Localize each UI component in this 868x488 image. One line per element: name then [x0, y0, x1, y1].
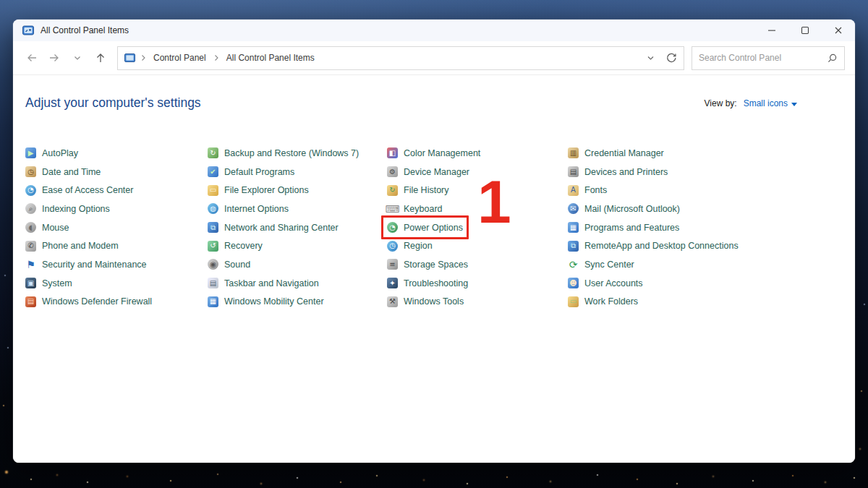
window-title: All Control Panel Items: [41, 25, 755, 35]
phone-and-modem-icon: ✆: [25, 241, 36, 252]
search-input[interactable]: [699, 53, 827, 63]
item-remoteapp[interactable]: ⧉RemoteApp and Desktop Connections: [568, 236, 843, 255]
item-region[interactable]: ◷Region: [387, 236, 568, 255]
sync-center-icon: ⟳: [568, 259, 579, 270]
item-label: File Explorer Options: [224, 185, 309, 195]
forward-button[interactable]: [45, 48, 64, 67]
taskbar-and-navigation-icon: ▤: [208, 278, 218, 288]
item-date-and-time[interactable]: ◷Date and Time: [25, 163, 208, 181]
item-work-folders[interactable]: ▭Work Folders: [568, 293, 843, 312]
address-dropdown-chevron-icon[interactable]: [646, 53, 655, 62]
item-system[interactable]: ▣System: [25, 274, 208, 293]
item-label: Troubleshooting: [404, 278, 468, 288]
keyboard-icon: ⌨: [387, 203, 398, 214]
network-and-sharing-center-icon: ⧉: [208, 222, 218, 233]
item-label: Windows Mobility Center: [224, 296, 324, 307]
item-label: Network and Sharing Center: [224, 223, 339, 233]
item-label: Color Management: [404, 148, 480, 158]
item-label: Default Programs: [224, 167, 294, 177]
power-options-icon: ◔: [387, 222, 398, 233]
item-indexing-options[interactable]: ⌕Indexing Options: [25, 200, 208, 218]
item-fonts[interactable]: AFonts: [568, 181, 843, 200]
item-sound[interactable]: ◉Sound: [208, 255, 387, 274]
item-windows-tools[interactable]: ⚒Windows Tools: [387, 293, 568, 312]
item-label: User Accounts: [584, 278, 643, 288]
minimize-button[interactable]: [755, 20, 788, 41]
up-button[interactable]: [91, 48, 110, 67]
item-ease-of-access[interactable]: ◔Ease of Access Center: [25, 181, 208, 200]
item-device-manager[interactable]: ⚙Device Manager: [387, 163, 568, 181]
item-storage-spaces[interactable]: ≡Storage Spaces: [387, 255, 568, 274]
item-default-programs[interactable]: ✔Default Programs: [208, 163, 387, 181]
item-label: Sound: [224, 260, 250, 270]
breadcrumb-all-control-panel-items[interactable]: All Control Panel Items: [224, 51, 317, 64]
item-phone-and-modem[interactable]: ✆Phone and Modem: [25, 236, 208, 255]
back-button[interactable]: [22, 48, 41, 67]
item-label: Fonts: [584, 185, 607, 195]
breadcrumb-chevron-icon: [213, 54, 219, 61]
view-by-dropdown[interactable]: Small icons: [744, 98, 797, 108]
item-label: Date and Time: [42, 167, 101, 177]
search-icon[interactable]: [827, 53, 838, 64]
item-autoplay[interactable]: ▶AutoPlay: [25, 144, 208, 163]
item-file-explorer-options[interactable]: ▭File Explorer Options: [208, 181, 387, 200]
item-power-options[interactable]: ◔Power Options: [387, 218, 568, 237]
item-label: Credential Manager: [584, 148, 664, 158]
item-windows-mobility-center[interactable]: ▦Windows Mobility Center: [208, 293, 387, 312]
item-internet-options[interactable]: ◍Internet Options: [208, 200, 387, 218]
recent-locations-chevron-icon[interactable]: [68, 48, 87, 67]
item-file-history[interactable]: ↻File History: [387, 181, 568, 200]
control-panel-items-grid: ▶AutoPlay◷Date and Time◔Ease of Access C…: [25, 144, 843, 311]
recovery-icon: ↺: [208, 241, 218, 252]
item-label: Mouse: [42, 223, 69, 233]
item-label: Region: [404, 241, 433, 251]
system-icon: ▣: [25, 278, 36, 288]
item-label: Device Manager: [404, 167, 469, 177]
item-label: Devices and Printers: [584, 167, 668, 177]
item-backup-and-restore[interactable]: ↻Backup and Restore (Windows 7): [208, 144, 387, 163]
close-button[interactable]: [822, 20, 855, 41]
item-programs-and-features[interactable]: ▦Programs and Features: [568, 218, 843, 237]
item-windows-defender-firewall[interactable]: ▤Windows Defender Firewall: [25, 293, 208, 312]
item-label: RemoteApp and Desktop Connections: [584, 241, 739, 251]
item-devices-and-printers[interactable]: ▤Devices and Printers: [568, 163, 843, 181]
item-network-and-sharing-center[interactable]: ⧉Network and Sharing Center: [208, 218, 387, 237]
item-label: Work Folders: [584, 296, 638, 307]
item-color-management[interactable]: ◧Color Management: [387, 144, 568, 163]
item-keyboard[interactable]: ⌨Keyboard: [387, 200, 568, 218]
item-sync-center[interactable]: ⟳Sync Center: [568, 255, 843, 274]
maximize-button[interactable]: [788, 20, 822, 41]
item-label: System: [42, 278, 72, 288]
troubleshooting-icon: ✦: [387, 278, 398, 288]
item-label: AutoPlay: [42, 148, 78, 158]
item-label: Taskbar and Navigation: [224, 278, 319, 288]
item-label: Windows Tools: [404, 296, 464, 307]
item-label: Phone and Modem: [42, 241, 119, 251]
item-credential-manager[interactable]: ▥Credential Manager: [568, 144, 843, 163]
refresh-icon[interactable]: [665, 52, 677, 64]
item-security-and-maintenance[interactable]: ⚑Security and Maintenance: [25, 255, 208, 274]
item-recovery[interactable]: ↺Recovery: [208, 236, 387, 255]
item-label: Mail (Microsoft Outlook): [584, 204, 680, 214]
remoteapp-icon: ⧉: [568, 241, 579, 252]
search-box[interactable]: [692, 46, 845, 70]
user-accounts-icon: ☻: [568, 278, 579, 288]
item-user-accounts[interactable]: ☻User Accounts: [568, 274, 843, 293]
control-panel-window: All Control Panel Items: [13, 20, 855, 463]
item-label: Internet Options: [224, 204, 289, 214]
work-folders-icon: ▭: [568, 296, 579, 307]
item-taskbar-and-navigation[interactable]: ▤Taskbar and Navigation: [208, 274, 387, 293]
item-label: Indexing Options: [42, 204, 110, 214]
address-bar[interactable]: Control Panel All Control Panel Items: [117, 46, 684, 70]
item-label: Ease of Access Center: [42, 185, 133, 195]
item-mouse[interactable]: ◖Mouse: [25, 218, 208, 237]
file-history-icon: ↻: [387, 185, 398, 196]
region-icon: ◷: [387, 241, 398, 252]
fonts-icon: A: [568, 185, 579, 196]
address-location-icon: [124, 53, 135, 62]
item-troubleshooting[interactable]: ✦Troubleshooting: [387, 274, 568, 293]
item-mail[interactable]: ✉Mail (Microsoft Outlook): [568, 200, 843, 218]
item-label: Programs and Features: [584, 223, 679, 233]
breadcrumb-control-panel[interactable]: Control Panel: [151, 51, 208, 64]
title-bar[interactable]: All Control Panel Items: [13, 20, 855, 41]
